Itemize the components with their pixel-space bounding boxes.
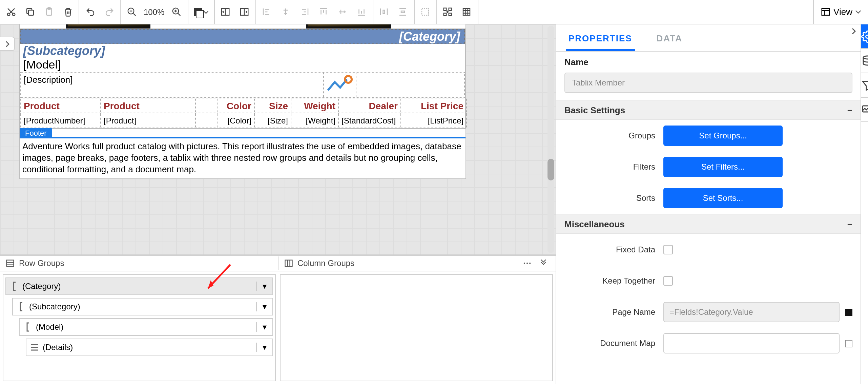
detail-cell[interactable]: [Size] xyxy=(254,113,291,128)
svg-point-0 xyxy=(7,13,10,16)
group-dropdown-button[interactable]: ▾ xyxy=(256,302,272,311)
image-gear-icon xyxy=(861,103,868,116)
layout-center-button[interactable] xyxy=(438,0,457,24)
miscellaneous-section-header[interactable]: Miscellaneous − xyxy=(556,214,861,234)
col-header[interactable]: Product xyxy=(101,98,195,113)
detail-cell[interactable]: [Weight] xyxy=(291,113,338,128)
align-center-button[interactable] xyxy=(276,0,295,24)
side-rail xyxy=(861,24,868,384)
product-image-2 xyxy=(306,24,391,28)
subcategory-cell[interactable]: [Subcategory] xyxy=(20,44,465,58)
col-header[interactable]: Size xyxy=(254,98,291,113)
design-canvas[interactable]: [Category] [Subcategory] [Model] [Descri… xyxy=(0,24,556,255)
cut-button[interactable] xyxy=(1,0,20,24)
row-group-model[interactable]: (Model) ▾ xyxy=(19,318,273,336)
col-header[interactable]: Weight xyxy=(291,98,338,113)
zoom-out-button[interactable] xyxy=(122,0,141,24)
keep-together-checkbox[interactable] xyxy=(663,276,673,286)
set-filters-button[interactable]: Set Filters... xyxy=(663,157,783,177)
canvas-vertical-scrollbar[interactable] xyxy=(547,26,554,253)
rail-image-manager-button[interactable] xyxy=(861,98,868,122)
row-group-details[interactable]: (Details) ▾ xyxy=(26,339,273,356)
distribute-h-button[interactable] xyxy=(374,0,393,24)
col-header[interactable]: Color xyxy=(217,98,254,113)
name-input[interactable]: Tablix Member xyxy=(564,73,852,93)
align-middle-button[interactable] xyxy=(333,0,352,24)
description-cell[interactable]: [Description] xyxy=(21,73,323,97)
align-top-button[interactable] xyxy=(314,0,333,24)
row-groups-column: (Category) ▾ (Subcategory) ▾ xyxy=(3,274,276,381)
col-header[interactable]: List Price xyxy=(401,98,467,113)
svg-rect-13 xyxy=(7,260,14,267)
distribute-v-button[interactable] xyxy=(393,0,412,24)
delete-button[interactable] xyxy=(58,0,77,24)
align-left-button[interactable] xyxy=(257,0,276,24)
footer-textbox[interactable]: Adventure Works full product catalog wit… xyxy=(20,138,466,178)
redo-button[interactable] xyxy=(100,0,119,24)
group-dropdown-button[interactable]: ▾ xyxy=(256,322,272,332)
page-name-expression-button[interactable] xyxy=(845,308,852,316)
col-header[interactable]: Product xyxy=(21,98,101,113)
undo-button[interactable] xyxy=(81,0,100,24)
tab-properties[interactable]: PROPERTIES xyxy=(566,28,635,51)
model-cell[interactable]: [Model] xyxy=(20,58,465,72)
rail-parameters-button[interactable] xyxy=(861,73,868,98)
rail-properties-button[interactable] xyxy=(861,24,868,49)
group-bracket-icon xyxy=(13,302,29,311)
svg-rect-14 xyxy=(285,260,292,267)
copy-button[interactable] xyxy=(20,0,39,24)
row-group-category[interactable]: (Category) ▾ xyxy=(5,277,273,295)
col-header[interactable] xyxy=(195,98,217,113)
view-menu-button[interactable]: View xyxy=(813,0,868,24)
tablix-detail-table[interactable]: Product Product Color Size Weight Dealer… xyxy=(20,98,467,128)
align-right-button[interactable] xyxy=(295,0,314,24)
minus-icon: − xyxy=(847,219,852,229)
footer-section-tag: Footer xyxy=(20,128,52,138)
group-select-button[interactable] xyxy=(416,0,435,24)
layout-grid-button[interactable] xyxy=(457,0,476,24)
col-header[interactable]: Dealer xyxy=(338,98,401,113)
properties-collapse-button[interactable] xyxy=(847,24,861,38)
report-page[interactable]: [Category] [Subcategory] [Model] [Descri… xyxy=(19,24,466,179)
insert-column-right-button[interactable] xyxy=(235,0,254,24)
row-groups-heading: Row Groups xyxy=(19,258,64,268)
filters-label: Filters xyxy=(556,162,663,172)
svg-rect-10 xyxy=(463,8,470,15)
details-lines-icon xyxy=(26,343,43,351)
detail-cell[interactable]: [Color] xyxy=(217,113,254,128)
basic-settings-section-header[interactable]: Basic Settings − xyxy=(556,100,861,120)
zoom-in-button[interactable] xyxy=(167,0,186,24)
sparkline-cell[interactable] xyxy=(323,73,356,97)
svg-point-12 xyxy=(345,76,351,83)
fixed-data-checkbox[interactable] xyxy=(663,245,673,254)
detail-cell[interactable] xyxy=(195,113,217,128)
group-panel-collapse-button[interactable] xyxy=(537,256,550,270)
align-bottom-button[interactable] xyxy=(352,0,371,24)
detail-cell[interactable]: [ProductNumber] xyxy=(21,113,101,128)
document-map-expression-button[interactable] xyxy=(845,340,852,347)
fill-color-button[interactable] xyxy=(189,0,212,24)
group-dropdown-button[interactable]: ▾ xyxy=(256,343,272,352)
group-panel-menu-button[interactable] xyxy=(520,256,534,270)
groups-body: (Category) ▾ (Subcategory) ▾ xyxy=(0,271,556,384)
rail-data-button[interactable] xyxy=(861,49,868,73)
zoom-percent: 100% xyxy=(141,7,167,17)
document-map-input[interactable] xyxy=(663,333,840,353)
insert-column-left-button[interactable] xyxy=(216,0,235,24)
minus-icon: − xyxy=(847,105,852,115)
detail-cell[interactable]: [Product] xyxy=(101,113,195,128)
toolbox-expand-button[interactable] xyxy=(0,37,15,51)
tab-data[interactable]: DATA xyxy=(654,28,685,51)
detail-cell[interactable]: [StandardCost] xyxy=(338,113,401,128)
detail-cell[interactable]: [ListPrice] xyxy=(401,113,467,128)
document-map-label: Document Map xyxy=(556,339,663,348)
gear-icon xyxy=(861,30,868,42)
groups-label: Groups xyxy=(556,131,663,140)
page-name-input[interactable] xyxy=(663,302,840,322)
row-group-subcategory[interactable]: (Subcategory) ▾ xyxy=(12,298,273,315)
paste-button[interactable] xyxy=(39,0,58,24)
category-header-cell[interactable]: [Category] xyxy=(20,29,465,44)
set-groups-button[interactable]: Set Groups... xyxy=(663,126,783,146)
set-sorts-button[interactable]: Set Sorts... xyxy=(663,188,783,208)
group-dropdown-button[interactable]: ▾ xyxy=(256,282,272,291)
